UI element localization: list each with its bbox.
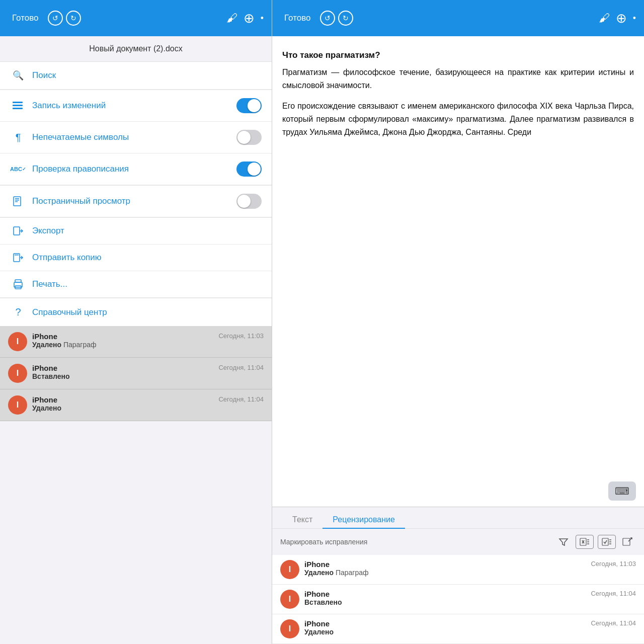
svg-rect-7	[14, 227, 20, 235]
reject-all-button[interactable]	[576, 535, 594, 549]
left-undo-redo: ↺ ↻	[48, 11, 81, 26]
right-toolbar: Готово ↺ ↻ 🖌 ⊕ •	[272, 0, 644, 36]
svg-rect-9	[15, 255, 19, 256]
keyboard-icon[interactable]: ⌨	[608, 481, 636, 501]
left-menu: 🔍 Поиск Запись изменений ¶ Непечатаемые …	[0, 62, 272, 326]
print-icon	[10, 279, 26, 289]
right-change-info-3: iPhone Удалено	[304, 619, 586, 636]
accept-all-button[interactable]	[598, 535, 616, 549]
right-change-name-2: iPhone	[304, 590, 586, 598]
right-done-button[interactable]: Готово	[280, 11, 315, 25]
tab-bar: Текст Рецензирование	[272, 507, 644, 529]
left-change-info-1: iPhone Удалено Параграф	[32, 332, 213, 349]
filter-icon[interactable]	[555, 534, 572, 550]
left-redo-button[interactable]: ↻	[66, 11, 81, 26]
overflow-icon[interactable]: •	[261, 13, 264, 24]
add-icon[interactable]: ⊕	[244, 11, 255, 26]
doc-title: Новый документ (2).docx	[89, 44, 182, 53]
svg-rect-2	[13, 108, 23, 109]
search-label: Поиск	[32, 70, 262, 80]
left-change-action-2: Вставлено	[32, 372, 213, 380]
left-change-action-1: Удалено Параграф	[32, 341, 213, 349]
left-change-info-3: iPhone Удалено	[32, 395, 213, 412]
right-avatar-2: I	[280, 590, 299, 609]
right-undo-button[interactable]: ↺	[320, 11, 335, 26]
right-change-info-1: iPhone Удалено Параграф	[304, 560, 586, 577]
left-done-button[interactable]: Готово	[8, 11, 43, 25]
nonprinting-toggle[interactable]	[236, 130, 262, 145]
right-change-time-2: Сегодня, 11:04	[591, 590, 636, 597]
export-label: Экспорт	[32, 226, 262, 236]
print-label: Печать...	[32, 279, 262, 289]
right-change-item-1[interactable]: I iPhone Удалено Параграф Сегодня, 11:03	[272, 555, 644, 585]
send-copy-menu-item[interactable]: Отправить копию	[0, 245, 272, 271]
svg-rect-1	[13, 105, 23, 106]
spellcheck-label: Проверка правописания	[32, 164, 236, 174]
doc-content: Что такое прагматизм? Прагматизм — филос…	[272, 36, 644, 507]
help-icon: ?	[10, 306, 26, 318]
track-changes-icon	[10, 101, 26, 110]
left-change-item-1[interactable]: I iPhone Удалено Параграф Сегодня, 11:03	[0, 326, 272, 358]
left-change-time-1: Сегодня, 11:03	[218, 332, 264, 340]
right-change-name-3: iPhone	[304, 619, 586, 628]
spellcheck-icon: ABC ✓	[10, 167, 26, 172]
tab-review[interactable]: Рецензирование	[323, 511, 405, 528]
print-preview-menu-item[interactable]: Постраничный просмотр	[0, 186, 272, 217]
right-changes-list: I iPhone Удалено Параграф Сегодня, 11:03…	[272, 555, 644, 644]
left-change-item-2[interactable]: I iPhone Вставлено Сегодня, 11:04	[0, 358, 272, 389]
spellcheck-menu-item[interactable]: ABC ✓ Проверка правописания	[0, 153, 272, 185]
help-label: Справочный центр	[32, 307, 262, 317]
right-change-name-1: iPhone	[304, 560, 586, 569]
track-changes-menu-item[interactable]: Запись изменений	[0, 90, 272, 122]
paint-brush-icon[interactable]: 🖌	[226, 12, 237, 25]
svg-rect-0	[13, 102, 23, 103]
right-change-item-3[interactable]: I iPhone Удалено Сегодня, 11:04	[272, 614, 644, 644]
right-change-action-2: Вставлено	[304, 598, 586, 606]
right-undo-redo: ↺ ↻	[320, 11, 353, 26]
tab-text[interactable]: Текст	[282, 511, 323, 528]
left-change-item-3[interactable]: I iPhone Удалено Сегодня, 11:04	[0, 389, 272, 421]
track-changes-toggle[interactable]	[236, 98, 262, 113]
svg-rect-4	[15, 198, 19, 199]
right-change-time-3: Сегодня, 11:04	[591, 619, 636, 627]
left-change-name-1: iPhone	[32, 332, 213, 341]
doc-heading: Что такое прагматизм?	[282, 48, 634, 62]
right-overflow-icon[interactable]: •	[633, 13, 636, 24]
help-menu-item[interactable]: ? Справочный центр	[0, 298, 272, 326]
left-change-name-2: iPhone	[32, 364, 213, 372]
right-paint-brush-icon[interactable]: 🖌	[599, 12, 610, 25]
print-preview-label: Постраничный просмотр	[32, 196, 236, 206]
right-add-icon[interactable]: ⊕	[616, 11, 627, 26]
spellcheck-toggle[interactable]	[236, 162, 262, 177]
doc-title-bar: Новый документ (2).docx	[0, 36, 272, 62]
send-copy-label: Отправить копию	[32, 253, 262, 263]
svg-rect-19	[602, 538, 608, 545]
right-toolbar-icons: 🖌 ⊕ •	[599, 11, 636, 26]
search-menu-item[interactable]: 🔍 Поиск	[0, 62, 272, 90]
left-panel: Готово ↺ ↻ 🖌 ⊕ • Новый документ (2).docx…	[0, 0, 272, 644]
nonprinting-icon: ¶	[10, 132, 26, 143]
right-redo-button[interactable]: ↻	[338, 11, 353, 26]
right-avatar-3: I	[280, 619, 299, 638]
print-preview-icon	[10, 196, 26, 206]
print-preview-toggle[interactable]	[236, 194, 262, 209]
left-avatar-1: I	[8, 332, 27, 351]
nonprinting-label: Непечатаемые символы	[32, 132, 236, 142]
doc-paragraph-1: Прагматизм — философское течение, базиру…	[282, 66, 634, 92]
export-menu-item[interactable]: Экспорт	[0, 218, 272, 245]
print-menu-item[interactable]: Печать...	[0, 271, 272, 298]
svg-rect-11	[15, 280, 21, 282]
left-undo-button[interactable]: ↺	[48, 11, 63, 26]
right-change-item-2[interactable]: I iPhone Вставлено Сегодня, 11:04	[272, 585, 644, 614]
nonprinting-menu-item[interactable]: ¶ Непечатаемые символы	[0, 122, 272, 153]
search-icon: 🔍	[10, 70, 26, 81]
svg-rect-6	[15, 201, 18, 202]
export-icon	[10, 226, 26, 236]
track-changes-label: Запись изменений	[32, 101, 236, 111]
right-bottom-toolbar: Текст Рецензирование Маркировать исправл…	[272, 507, 644, 555]
more-actions-icon[interactable]	[620, 534, 636, 550]
send-copy-icon	[10, 253, 26, 263]
right-change-info-2: iPhone Вставлено	[304, 590, 586, 606]
action-label: Маркировать исправления	[280, 538, 551, 546]
right-change-time-1: Сегодня, 11:03	[591, 560, 636, 568]
